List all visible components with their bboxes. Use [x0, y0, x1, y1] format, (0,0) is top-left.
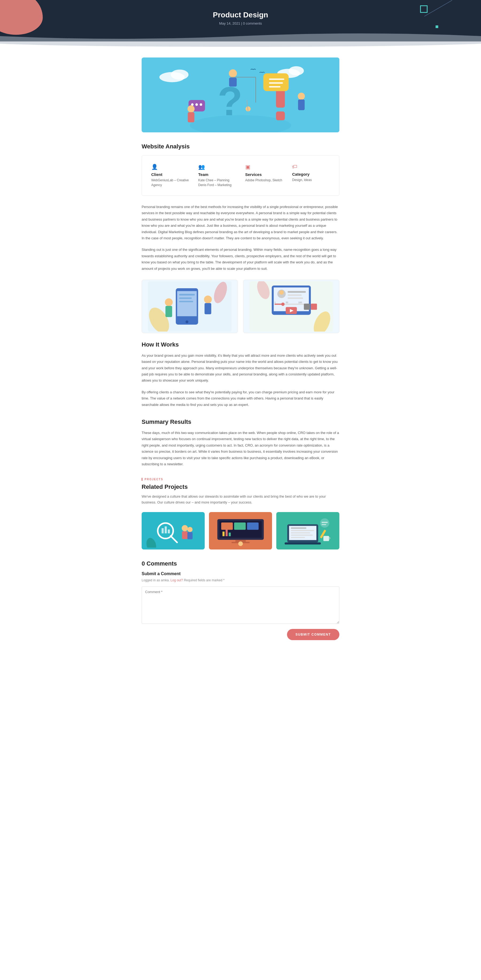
services-value: Adobe Photoshop, Sketch — [245, 178, 283, 183]
svg-point-33 — [165, 298, 173, 306]
main-content: ? — [136, 47, 345, 662]
services-label: Services — [245, 172, 283, 177]
page-header: Product Design May 14, 2021 | 0 comments — [0, 0, 481, 41]
related-card-2[interactable] — [209, 512, 272, 549]
svg-rect-77 — [234, 522, 246, 530]
analysis-title: Website Analysis — [141, 143, 340, 150]
svg-rect-18 — [229, 78, 237, 86]
client-value: WebGeniusLab – Creative Agency — [151, 178, 189, 188]
related-card-3-illustration — [279, 514, 336, 547]
services-icon: ▣ — [245, 164, 283, 170]
how-it-works-paragraph-1: As your brand grows and you gain more vi… — [141, 352, 340, 384]
svg-rect-8 — [276, 111, 285, 120]
logout-link[interactable]: Log out? — [170, 578, 183, 582]
comment-textarea[interactable] — [141, 586, 340, 624]
related-projects-grid — [141, 512, 340, 549]
how-it-works-title: How It Works — [141, 341, 340, 348]
svg-point-32 — [186, 320, 188, 323]
image-box-1 — [141, 280, 238, 333]
body-paragraph-1: Personal branding remains one of the bes… — [141, 204, 340, 241]
submit-comment-title: Submit a Comment — [141, 571, 340, 576]
svg-point-65 — [187, 527, 192, 532]
submit-button-wrap: SUBMIT COMMENT — [141, 629, 340, 651]
svg-rect-88 — [291, 530, 314, 531]
svg-rect-78 — [247, 522, 259, 530]
svg-rect-49 — [287, 298, 303, 299]
svg-text:100: 100 — [298, 301, 302, 304]
comment-login-text: Logged in as amka. Log out? Required fie… — [141, 578, 340, 582]
svg-rect-36 — [205, 303, 211, 314]
submit-comment-button[interactable]: SUBMIT COMMENT — [287, 629, 340, 640]
svg-point-63 — [182, 525, 188, 531]
two-images-row: 1 50 100 — [141, 280, 340, 333]
header-geo-dot — [436, 25, 438, 28]
summary-title: Summary Results — [141, 418, 340, 425]
summary-paragraph: These days, much of this two-way communi… — [141, 430, 340, 467]
logged-in-text: Logged in as amka. — [141, 578, 170, 582]
required-note: Required fields are marked * — [184, 578, 224, 582]
team-label: Team — [198, 172, 236, 177]
team-value: Kate Chee – Planning Denis Ford – Market… — [198, 178, 236, 188]
client-label: Client — [151, 172, 189, 177]
info-card-client: 👤 Client WebGeniusLab – Creative Agency — [147, 161, 194, 190]
header-wave — [0, 31, 481, 41]
related-card-3[interactable] — [276, 512, 340, 549]
svg-rect-47 — [287, 291, 306, 293]
svg-rect-90 — [291, 535, 313, 536]
category-value: Design, Ideas — [292, 178, 330, 182]
related-card-1[interactable] — [141, 512, 205, 549]
projects-label: PROJECTS — [141, 478, 340, 481]
svg-rect-81 — [229, 532, 231, 536]
image-illustration-1 — [144, 281, 235, 332]
svg-point-46 — [279, 290, 284, 295]
client-icon: 👤 — [151, 164, 189, 170]
svg-rect-76 — [221, 522, 233, 530]
team-icon: 👥 — [198, 164, 236, 170]
info-card-team: 👥 Team Kate Chee – Planning Denis Ford –… — [194, 161, 241, 190]
svg-text:1: 1 — [275, 301, 276, 304]
wave-separator — [0, 41, 481, 47]
svg-rect-96 — [323, 536, 329, 541]
related-card-1-illustration — [145, 514, 202, 547]
info-card-services: ▣ Services Adobe Photoshop, Sketch — [241, 161, 288, 190]
svg-rect-89 — [291, 532, 310, 533]
svg-rect-39 — [179, 301, 193, 302]
image-illustration-2: 1 50 100 — [246, 281, 337, 332]
hero-image: ? — [141, 57, 340, 132]
info-cards-container: 👤 Client WebGeniusLab – Creative Agency … — [141, 155, 340, 196]
svg-rect-48 — [287, 294, 302, 296]
svg-point-21 — [298, 92, 305, 100]
svg-point-52 — [281, 302, 284, 306]
svg-rect-20 — [188, 112, 195, 123]
svg-rect-64 — [182, 531, 187, 539]
comments-count: 0 Comments — [141, 560, 340, 567]
svg-rect-66 — [187, 532, 192, 539]
svg-rect-91 — [291, 537, 305, 538]
svg-rect-79 — [222, 531, 224, 536]
svg-rect-86 — [284, 542, 321, 544]
svg-rect-87 — [291, 527, 306, 529]
svg-point-19 — [187, 105, 195, 113]
svg-rect-38 — [179, 298, 192, 299]
svg-point-82 — [238, 541, 243, 546]
svg-rect-58 — [304, 304, 310, 310]
svg-text:50: 50 — [286, 301, 288, 304]
svg-rect-94 — [321, 524, 326, 525]
image-box-2: 1 50 100 — [243, 280, 340, 333]
svg-rect-9 — [263, 73, 289, 91]
related-projects-title: Related Projects — [141, 484, 340, 490]
svg-rect-67 — [162, 528, 164, 533]
svg-rect-37 — [179, 294, 195, 296]
svg-rect-34 — [165, 306, 172, 317]
header-meta: May 14, 2021 | 0 comments — [5, 21, 476, 25]
svg-point-2 — [171, 70, 188, 80]
svg-rect-69 — [168, 530, 170, 533]
svg-point-35 — [204, 296, 212, 303]
svg-point-17 — [229, 69, 237, 77]
svg-point-16 — [200, 103, 202, 106]
svg-point-4 — [289, 66, 304, 75]
svg-rect-59 — [311, 304, 317, 310]
category-label: Category — [292, 172, 330, 177]
body-paragraph-2: Standing out is just one of the signific… — [141, 247, 340, 272]
related-projects-desc: We've designed a culture that allows our… — [141, 493, 340, 505]
